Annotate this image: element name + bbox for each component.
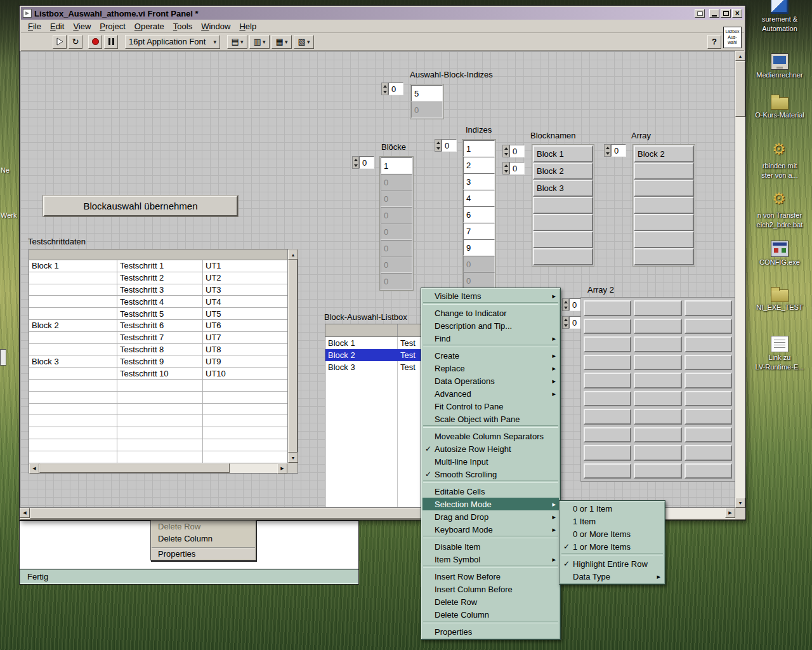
array-element[interactable]	[634, 197, 694, 214]
context-menu-item[interactable]: ✓ Autosize Row Height ▸	[422, 442, 559, 455]
table-row[interactable]	[29, 404, 287, 416]
index-value[interactable]: 0	[509, 162, 525, 175]
desktop-icon[interactable]: Medienrechner	[749, 53, 810, 79]
array-element[interactable]	[634, 231, 694, 248]
array-element[interactable]: 7	[463, 223, 495, 239]
testschrittdaten-table[interactable]: Block 1 Testschritt 1 UT1 Testschritt 2 …	[29, 249, 298, 474]
scroll-left-icon[interactable]: ◀	[20, 508, 30, 518]
increment-decrement-icon[interactable]	[352, 156, 359, 169]
abort-button[interactable]	[88, 35, 102, 49]
help-button[interactable]: ?	[707, 35, 721, 49]
scroll-down-icon[interactable]: ▼	[288, 453, 298, 463]
array-element[interactable]: 4	[463, 190, 495, 206]
table-row[interactable]: Testschritt 8 UT8	[29, 344, 287, 356]
array2-cell[interactable]	[684, 373, 732, 388]
context-menu-item[interactable]: ✓ Insert Column Before ▸	[422, 583, 559, 595]
context-menu-item[interactable]: Properties	[152, 547, 255, 559]
index-value[interactable]: 0	[442, 139, 457, 152]
array2-cell[interactable]	[584, 409, 631, 425]
context-menu-item[interactable]: ✓ Insert Row Before ▸	[422, 570, 559, 583]
array2-cell[interactable]	[584, 463, 631, 479]
context-menu-item[interactable]: ✓ Keyboard Mode ▸	[422, 523, 559, 536]
menu-item[interactable]: Operate	[130, 20, 169, 32]
array-element[interactable]: 0	[381, 273, 412, 289]
array2-cell[interactable]	[634, 391, 681, 407]
array2-cell[interactable]	[584, 336, 631, 352]
desktop-icon[interactable]: surement & Automation	[749, 0, 810, 33]
array-element[interactable]: Block 2	[634, 145, 694, 162]
array-element[interactable]: 0	[381, 190, 412, 207]
array-element[interactable]: 0	[381, 240, 412, 256]
partial-desktop-icon[interactable]	[0, 349, 6, 366]
scroll-up-icon[interactable]: ▲	[288, 249, 298, 260]
increment-decrement-icon[interactable]	[562, 298, 569, 311]
array2-cell[interactable]	[634, 463, 681, 479]
array-element[interactable]: 0	[411, 102, 443, 118]
font-selector[interactable]: 16pt Application Font ▾	[125, 35, 220, 49]
desktop-icon-label[interactable]: Ne	[1, 166, 10, 174]
array2-cell[interactable]	[634, 319, 681, 335]
array2-cell[interactable]	[584, 445, 631, 461]
menu-item[interactable]: File	[23, 20, 46, 32]
array2-cell[interactable]	[584, 391, 631, 407]
array2-cell[interactable]	[584, 373, 631, 388]
array-element[interactable]: 9	[463, 239, 495, 256]
scroll-down-icon[interactable]: ▼	[735, 498, 745, 508]
array2-cell[interactable]	[584, 355, 631, 371]
context-menu-item[interactable]: ✓ Disable Item ▸	[422, 540, 559, 553]
resize-objects-button[interactable]: ▦▾	[272, 35, 292, 49]
reorder-objects-button[interactable]: ▧▾	[294, 35, 314, 49]
table-horizontal-scrollbar[interactable]: ◀ ▶	[29, 463, 287, 473]
context-menu-item[interactable]: ✓ Description and Tip... ▸	[422, 319, 559, 332]
context-menu-item[interactable]: ✓ Fit Control to Pane ▸	[422, 400, 559, 413]
array2-cell[interactable]	[634, 445, 681, 461]
array-element[interactable]: 0	[381, 223, 412, 240]
array-element[interactable]: 0	[381, 174, 412, 190]
increment-decrement-icon[interactable]	[604, 144, 611, 157]
array-element[interactable]: 0	[463, 272, 495, 289]
submenu-item[interactable]: ✓ Data Type ▸	[561, 570, 664, 583]
desktop-icon[interactable]: rbinden mit ster von a...	[749, 144, 810, 180]
array-element[interactable]: 3	[463, 173, 495, 190]
array2-cell[interactable]	[684, 300, 732, 316]
index-value[interactable]: 0	[359, 156, 374, 169]
array-element[interactable]: Block 2	[533, 162, 593, 180]
submenu-item[interactable]: ✓ 1 Item ▸	[561, 515, 664, 527]
index-value[interactable]: 0	[611, 144, 626, 157]
context-menu-item[interactable]: ✓ Visible Items ▸	[422, 289, 559, 302]
vi-icon-badge[interactable]: Listbox Aus- wahl	[723, 27, 742, 48]
array2-cell[interactable]	[584, 427, 631, 443]
array-index-control[interactable]: 0	[604, 144, 626, 157]
blocknamen-index-control-2[interactable]: 0	[502, 162, 525, 175]
auswahl-index-control[interactable]: 0	[381, 83, 403, 95]
array-element[interactable]	[533, 197, 593, 214]
array-element[interactable]: Block 1	[533, 145, 593, 162]
array-element[interactable]	[634, 162, 694, 180]
submenu-item[interactable]: ✓ Highlight Entire Row ▸	[561, 557, 664, 570]
desktop-icon[interactable]: Link zu LV-Runtime-E...	[749, 336, 810, 371]
scroll-left-icon[interactable]: ◀	[29, 463, 39, 474]
context-menu-item[interactable]: ✓ Change to Indicator ▸	[422, 307, 559, 319]
table-row[interactable]	[29, 427, 287, 439]
table-row[interactable]: Block 3 Testschritt 9 UT9	[29, 355, 287, 368]
array-element[interactable]: 0	[381, 256, 412, 273]
context-menu-item[interactable]: ✓ Properties ▸	[422, 625, 559, 638]
array-element[interactable]: 0	[381, 207, 412, 223]
array-element[interactable]: 1	[381, 157, 412, 174]
array2-cell[interactable]	[634, 373, 681, 388]
table-row[interactable]	[29, 439, 287, 451]
array2-cell[interactable]	[684, 336, 732, 352]
menu-item[interactable]: Project	[95, 20, 129, 32]
table-row[interactable]: Testschritt 3 UT3	[29, 284, 287, 296]
table-row[interactable]	[29, 451, 287, 463]
context-menu-item[interactable]: ✓ Multi-line Input ▸	[422, 455, 559, 468]
array2-cell[interactable]	[684, 391, 732, 407]
array2-cell[interactable]	[634, 355, 681, 371]
table-row[interactable]	[29, 380, 287, 392]
desktop-icon-label[interactable]: Werk	[1, 211, 16, 219]
context-menu-item[interactable]: ✓ Item Symbol ▸	[422, 553, 559, 566]
context-menu-item[interactable]: ✓ Advanced ▸	[422, 387, 559, 400]
context-menu-item[interactable]: ✓ Data Operations ▸	[422, 375, 559, 387]
array-element[interactable]	[533, 231, 593, 248]
array2-cell[interactable]	[634, 336, 681, 352]
